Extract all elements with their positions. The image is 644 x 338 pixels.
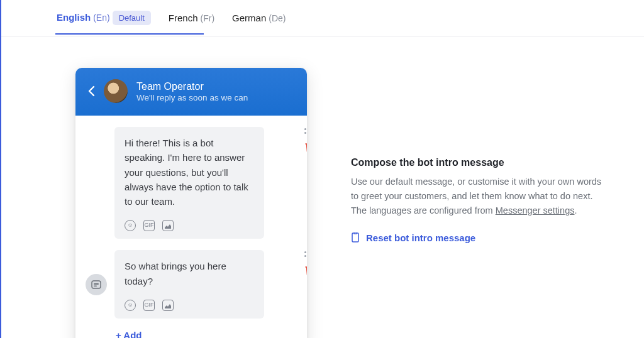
message-block: So what brings you here today? ☺ GIF xyxy=(114,250,296,319)
language-tabs: English (En) Default French (Fr) German … xyxy=(1,0,644,36)
message-bubble[interactable]: So what brings you here today? ☺ GIF xyxy=(114,250,264,319)
tab-code: (Fr) xyxy=(201,13,215,23)
svg-rect-3 xyxy=(352,233,358,242)
message-actions xyxy=(304,128,307,155)
trash-icon xyxy=(305,142,307,152)
emoji-icon[interactable]: ☺ xyxy=(125,300,136,311)
back-button[interactable] xyxy=(88,85,95,97)
panel-heading: Compose the bot intro message xyxy=(351,157,602,168)
message-block: Hi there! This is a bot speaking. I'm he… xyxy=(114,127,296,239)
messenger-settings-link[interactable]: Messenger settings xyxy=(496,205,575,215)
message-text: So what brings you here today? xyxy=(125,259,254,288)
delete-button[interactable] xyxy=(305,142,307,155)
reset-label: Reset bot intro message xyxy=(366,232,475,243)
emoji-icon[interactable]: ☺ xyxy=(125,220,136,231)
messenger-preview: Team Operator We'll reply as soon as we … xyxy=(75,68,307,338)
team-name: Team Operator xyxy=(136,80,248,93)
tab-label: German xyxy=(232,13,266,23)
bot-avatar xyxy=(86,274,107,295)
panel-description: Use our default message, or customise it… xyxy=(351,175,602,219)
message-bubble[interactable]: Hi there! This is a bot speaking. I'm he… xyxy=(114,127,264,239)
info-panel: Compose the bot intro message Use our de… xyxy=(351,68,602,338)
tab-english[interactable]: English (En) Default xyxy=(57,11,151,34)
header-text: Team Operator We'll reply as soon as we … xyxy=(136,80,248,102)
tab-code: (De) xyxy=(269,13,286,23)
bot-icon xyxy=(91,279,102,290)
reset-button[interactable]: Reset bot intro message xyxy=(351,232,602,243)
delete-button[interactable] xyxy=(305,265,307,278)
image-icon[interactable] xyxy=(162,220,174,231)
drag-handle-icon[interactable] xyxy=(304,128,307,136)
svg-rect-2 xyxy=(94,286,97,287)
trash-icon xyxy=(305,265,307,275)
message-actions xyxy=(304,251,307,278)
gif-icon[interactable]: GIF xyxy=(143,220,155,231)
chevron-left-icon xyxy=(88,85,95,97)
tab-french[interactable]: French (Fr) xyxy=(169,13,214,32)
tab-german[interactable]: German (De) xyxy=(232,13,286,32)
tab-label: English xyxy=(57,12,91,23)
format-toolbar: ☺ GIF xyxy=(125,220,254,231)
avatar xyxy=(104,79,128,103)
add-message-button[interactable]: + Add xyxy=(116,330,296,338)
drag-handle-icon[interactable] xyxy=(304,251,307,259)
reset-icon xyxy=(351,232,360,243)
image-icon[interactable] xyxy=(162,300,174,311)
reply-time: We'll reply as soon as we can xyxy=(136,93,248,102)
tab-label: French xyxy=(169,13,198,23)
widget-body: Hi there! This is a bot speaking. I'm he… xyxy=(75,116,307,338)
widget-header: Team Operator We'll reply as soon as we … xyxy=(75,68,307,116)
format-toolbar: ☺ GIF xyxy=(125,300,254,311)
default-badge: Default xyxy=(113,11,151,25)
message-text: Hi there! This is a bot speaking. I'm he… xyxy=(125,136,254,209)
panel-text-end: . xyxy=(574,205,577,215)
tab-code: (En) xyxy=(93,13,109,23)
main-content: Team Operator We'll reply as soon as we … xyxy=(1,36,644,338)
svg-rect-1 xyxy=(94,283,99,285)
gif-icon[interactable]: GIF xyxy=(143,300,155,311)
